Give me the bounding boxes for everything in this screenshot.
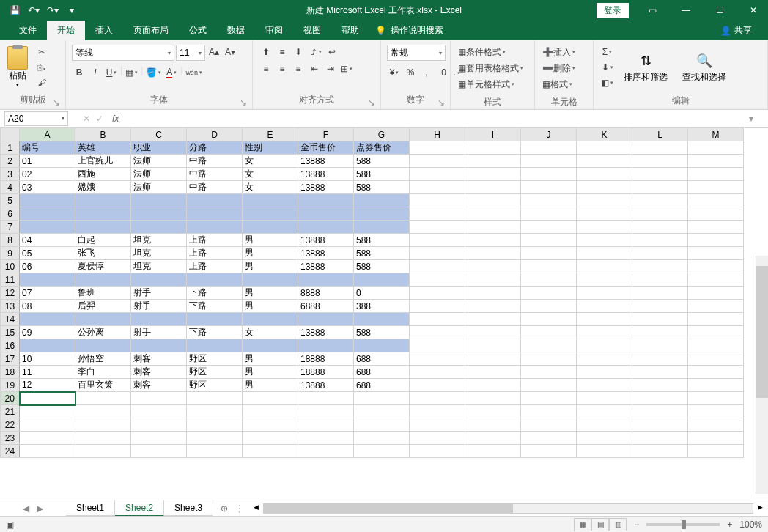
cell[interactable]: 白起 [75,234,131,247]
fill-icon[interactable]: ⬇ [599,60,615,75]
vertical-scrollbar[interactable] [756,256,768,494]
zoom-thumb[interactable] [682,520,686,529]
cell[interactable]: 男 [243,300,298,313]
cell[interactable]: 688 [354,366,410,379]
cell[interactable] [465,339,521,352]
cell[interactable]: 13888 [298,247,354,260]
cell[interactable]: 坦克 [131,260,187,273]
view-page-layout-icon[interactable]: ▤ [591,518,609,531]
cell[interactable] [410,339,465,352]
cell[interactable] [410,300,465,313]
align-middle-icon[interactable]: ≡ [275,45,289,59]
zoom-level[interactable]: 100% [739,520,762,530]
row-header[interactable]: 7 [1,221,20,234]
cell[interactable]: 夏侯惇 [75,260,131,273]
cell[interactable] [632,339,688,352]
cell[interactable] [688,247,744,260]
tab-formulas[interactable]: 公式 [179,21,217,40]
cell[interactable]: 野区 [187,366,243,379]
cell[interactable]: 男 [243,287,298,300]
cell[interactable] [465,221,521,234]
cell[interactable]: 13888 [298,234,354,247]
cell[interactable] [632,418,688,432]
cell[interactable] [688,260,744,273]
row-header[interactable]: 4 [1,181,20,194]
cell[interactable]: 688 [354,379,410,392]
cell[interactable] [187,207,243,221]
qat-more-icon[interactable]: ▾ [63,1,81,19]
cell[interactable]: 388 [354,300,410,313]
decrease-indent-icon[interactable]: ⇤ [307,62,322,76]
cell[interactable] [577,273,632,287]
cell[interactable] [688,379,744,392]
cell[interactable] [298,392,354,405]
cell[interactable]: 射手 [131,326,187,339]
cell[interactable] [688,168,744,181]
cell[interactable]: 588 [354,155,410,168]
comma-icon[interactable]: , [419,65,434,80]
cell[interactable]: 性别 [243,141,298,155]
align-bottom-icon[interactable]: ⬇ [291,45,306,59]
cell[interactable] [354,273,410,287]
cell[interactable] [632,141,688,155]
cell[interactable]: 13888 [298,379,354,392]
cell[interactable] [688,234,744,247]
login-button[interactable]: 登录 [597,3,629,18]
row-header[interactable]: 22 [1,418,20,432]
cell[interactable] [75,194,131,207]
zoom-out-icon[interactable]: − [634,520,639,530]
cell[interactable]: 6888 [298,300,354,313]
cell[interactable] [577,207,632,221]
cell[interactable] [243,207,298,221]
cell[interactable] [632,260,688,273]
row-header[interactable]: 3 [1,168,20,181]
row-header[interactable]: 24 [1,445,20,458]
cell[interactable] [298,339,354,352]
cell[interactable]: 西施 [75,168,131,181]
cell[interactable] [20,221,75,234]
paste-button[interactable]: 粘贴 ▾ [3,43,32,91]
cell[interactable] [521,405,577,418]
cell[interactable] [577,181,632,194]
cell[interactable] [410,405,465,418]
cell[interactable] [410,207,465,221]
sheet-tab-3[interactable]: Sheet3 [164,500,213,516]
redo-icon[interactable]: ↷▾ [44,1,62,19]
cell[interactable]: 588 [354,247,410,260]
cell[interactable] [298,432,354,445]
cell[interactable]: 0 [354,287,410,300]
cell[interactable] [131,273,187,287]
cell[interactable] [632,379,688,392]
cell[interactable] [577,168,632,181]
cell[interactable]: 英雄 [75,141,131,155]
cell[interactable] [688,432,744,445]
cell[interactable] [577,194,632,207]
col-header-m[interactable]: M [688,128,744,141]
cell[interactable] [187,273,243,287]
cell[interactable]: 刺客 [131,379,187,392]
cell[interactable] [410,287,465,300]
cell[interactable] [410,168,465,181]
cell[interactable] [688,194,744,207]
cell[interactable] [632,207,688,221]
row-header[interactable]: 8 [1,234,20,247]
cell[interactable] [187,445,243,458]
cell[interactable] [410,234,465,247]
cell[interactable] [187,432,243,445]
cell[interactable]: 法师 [131,181,187,194]
cell[interactable] [465,379,521,392]
cell[interactable] [75,273,131,287]
cell[interactable] [243,418,298,432]
cell[interactable] [298,221,354,234]
cell[interactable] [354,405,410,418]
cell[interactable]: 嫦娥 [75,181,131,194]
cell[interactable] [521,432,577,445]
cell[interactable] [410,392,465,405]
cell[interactable] [75,221,131,234]
cell[interactable]: 06 [20,260,75,273]
cell[interactable] [410,445,465,458]
currency-icon[interactable]: ¥ [387,65,402,80]
row-header[interactable]: 23 [1,432,20,445]
cut-icon[interactable]: ✂ [34,45,49,59]
cell[interactable] [354,313,410,326]
